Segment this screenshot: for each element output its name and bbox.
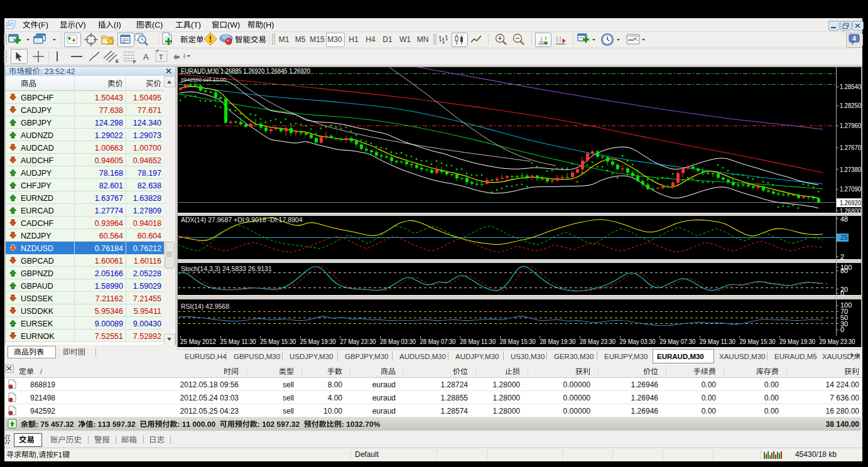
svg-text:MN: MN — [417, 35, 429, 44]
svg-text:1.27960: 1.27960 — [840, 122, 861, 129]
svg-text:29 May 11:30: 29 May 11:30 — [700, 338, 735, 345]
svg-text:25 May 19:30: 25 May 19:30 — [300, 338, 336, 345]
svg-text:CHFJPY: CHFJPY — [21, 181, 52, 190]
svg-text:NZDUSD: NZDUSD — [21, 244, 53, 253]
svg-text:7.52892: 7.52892 — [133, 332, 161, 341]
svg-text:AUDCHF: AUDCHF — [21, 156, 53, 165]
svg-text:1.27090: 1.27090 — [840, 185, 861, 193]
svg-text:9.00430: 9.00430 — [133, 319, 161, 328]
svg-text:0.00000: 0.00000 — [563, 380, 591, 389]
svg-text:M1: M1 — [279, 35, 290, 44]
svg-text:AUDJPY: AUDJPY — [21, 169, 52, 178]
svg-text:868819: 868819 — [30, 380, 55, 389]
svg-text:124.340: 124.340 — [133, 119, 161, 127]
svg-text:5.95346: 5.95346 — [95, 307, 123, 316]
svg-text:1.28540: 1.28540 — [840, 83, 861, 90]
svg-text:16 280.00: 16 280.00 — [826, 407, 860, 416]
svg-text:8.00: 8.00 — [328, 380, 343, 389]
svg-text:1.26800: 1.26800 — [840, 207, 861, 215]
svg-text:10.00: 10.00 — [323, 407, 342, 416]
svg-text:1.00663: 1.00663 — [95, 144, 123, 153]
svg-text:F: F — [133, 59, 136, 65]
svg-text:38 140.00: 38 140.00 — [826, 420, 860, 429]
svg-text:1.28250: 1.28250 — [840, 102, 861, 109]
svg-text:27 May 23:30: 27 May 23:30 — [340, 338, 376, 345]
svg-text:1.00700: 1.00700 — [133, 144, 161, 153]
svg-text:28 May 15:30: 28 May 15:30 — [500, 338, 536, 345]
svg-text:9.00089: 9.00089 — [95, 319, 123, 328]
svg-text:14 224.00: 14 224.00 — [826, 380, 860, 389]
svg-text:M5: M5 — [295, 35, 306, 44]
svg-text:H4: H4 — [366, 35, 376, 44]
svg-text:XAUUSD,M30: XAUUSD,M30 — [719, 353, 766, 360]
svg-text:sell: sell — [283, 407, 294, 416]
svg-text:82.638: 82.638 — [138, 181, 161, 190]
svg-text:1.60116: 1.60116 — [134, 257, 161, 266]
svg-text:29 May 15:30: 29 May 15:30 — [739, 338, 775, 345]
svg-text:US30,M30: US30,M30 — [511, 353, 545, 360]
svg-text:E: E — [116, 58, 119, 64]
svg-text:#942592 sell 10.00: #942592 sell 10.00 — [181, 76, 226, 83]
svg-text:EURAUD,M30: EURAUD,M30 — [657, 353, 704, 360]
svg-text:4.00: 4.00 — [328, 394, 343, 402]
svg-text:EURNZD: EURNZD — [21, 194, 53, 203]
svg-text:29 May 19:30: 29 May 19:30 — [779, 338, 815, 345]
svg-text:CADJPY: CADJPY — [21, 106, 52, 115]
svg-text:28 May 23:30: 28 May 23:30 — [580, 338, 616, 345]
svg-text:0.94018: 0.94018 — [133, 219, 161, 228]
svg-text:ADX(14) 27.9687 +DI:9.9018 -DI: ADX(14) 27.9687 +DI:9.9018 -DI:17.8904 — [181, 216, 303, 223]
svg-text:1.28574: 1.28574 — [441, 407, 469, 416]
svg-text:1.26946: 1.26946 — [631, 380, 659, 389]
svg-text:euraud: euraud — [372, 394, 396, 402]
svg-text:sell: sell — [283, 394, 294, 402]
svg-text:2012.05.25 04:23: 2012.05.25 04:23 — [180, 407, 239, 416]
svg-text:0.00: 0.00 — [702, 380, 717, 389]
svg-text:1.27380: 1.27380 — [840, 166, 861, 173]
svg-text:W1: W1 — [399, 35, 411, 44]
svg-text:28 May 19:30: 28 May 19:30 — [540, 338, 575, 345]
svg-text:2.05228: 2.05228 — [133, 269, 161, 278]
svg-text:GBPCHF: GBPCHF — [21, 94, 53, 102]
svg-text:1.28855: 1.28855 — [441, 394, 469, 402]
svg-text:EURAUD,M30 1.26885 1.26920 1.: EURAUD,M30 1.26885 1.26920 1.26845 1.269… — [181, 67, 310, 75]
svg-text:77.671: 77.671 — [138, 106, 161, 115]
svg-text:GBPNZD: GBPNZD — [21, 269, 53, 278]
svg-text:T: T — [159, 53, 163, 61]
svg-text:0.00: 0.00 — [702, 407, 717, 416]
svg-text:25 May 15:30: 25 May 15:30 — [260, 338, 296, 345]
svg-text:0.00000: 0.00000 — [563, 407, 591, 416]
svg-text:1.26946: 1.26946 — [631, 394, 659, 402]
svg-text:82.601: 82.601 — [99, 181, 123, 190]
svg-text:7 636.00: 7 636.00 — [830, 394, 859, 402]
svg-text:XAUUSD,M: XAUUSD,M — [822, 353, 860, 360]
svg-text:1.63828: 1.63828 — [133, 194, 161, 203]
svg-text:28 May 07:30: 28 May 07:30 — [420, 338, 456, 345]
svg-text:1.27670: 1.27670 — [840, 144, 861, 151]
svg-text:AUDCAD: AUDCAD — [21, 144, 54, 153]
svg-text:25: 25 — [840, 234, 848, 241]
svg-text:1.28724: 1.28724 — [441, 380, 469, 389]
svg-text:2012.05.18 09:56: 2012.05.18 09:56 — [180, 380, 239, 389]
svg-text:1.28000: 1.28000 — [493, 380, 521, 389]
svg-text:921498: 921498 — [30, 394, 55, 402]
svg-text:1.29073: 1.29073 — [133, 131, 161, 140]
svg-text:1.27774: 1.27774 — [95, 207, 123, 215]
svg-text:60.604: 60.604 — [138, 232, 161, 240]
svg-text:1.28000: 1.28000 — [493, 407, 521, 416]
svg-text:1.60061: 1.60061 — [95, 257, 123, 266]
svg-text:0.00: 0.00 — [764, 394, 779, 402]
svg-text:29 May 23:30: 29 May 23:30 — [820, 338, 855, 345]
svg-text:0.94605: 0.94605 — [95, 156, 123, 165]
svg-text:0.76212: 0.76212 — [133, 244, 161, 253]
svg-text:28 May 03:30: 28 May 03:30 — [380, 338, 416, 345]
svg-text:D1: D1 — [382, 35, 393, 44]
svg-text:29 May 07:30: 29 May 07:30 — [659, 338, 695, 345]
svg-text:0: 0 — [840, 326, 844, 333]
svg-text:AUDNZD: AUDNZD — [21, 131, 53, 140]
svg-text:EURNOK: EURNOK — [21, 332, 55, 341]
svg-text:0.94652: 0.94652 — [133, 156, 161, 165]
svg-text:4: 4 — [852, 35, 856, 42]
svg-text:78.168: 78.168 — [99, 169, 123, 178]
svg-text:EURCAD: EURCAD — [21, 207, 54, 215]
svg-text:euraud: euraud — [372, 407, 396, 416]
